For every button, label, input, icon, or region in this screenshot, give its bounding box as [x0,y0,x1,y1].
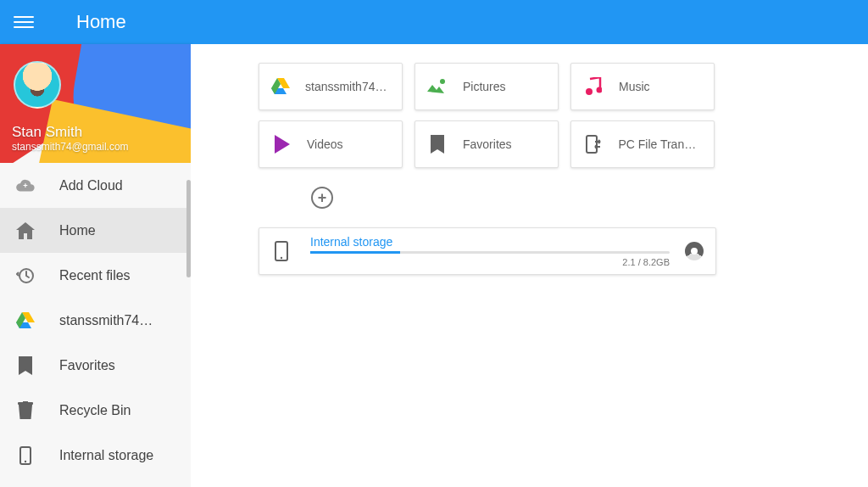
cloud-plus-icon: + [15,176,36,196]
history-icon [15,266,36,286]
sidebar-item-phone[interactable]: Internal storage [0,433,191,478]
svg-point-11 [281,257,282,259]
card-label: Music [619,80,650,93]
sidebar-item-label: Favorites [59,358,115,373]
pictures-icon [427,76,448,97]
svg-point-6 [440,79,445,84]
svg-point-7 [586,88,593,95]
storage-title: Internal storage [310,235,670,249]
storage-bar [310,251,670,254]
svg-text:+: + [23,181,28,189]
svg-point-5 [25,460,26,462]
card-label: stanssmith74@… [305,80,390,93]
storage-usage: 2.1 / 8.2GB [310,257,670,267]
page-title: Home [76,11,126,33]
bookmark-icon [427,134,448,154]
card-label: PC File Transfer [618,137,702,151]
card-videos[interactable]: Videos [259,120,403,168]
phone-icon [15,445,36,466]
profile-header[interactable]: Stan Smith stanssmith74@gmail.com [0,44,191,163]
gdrive-icon [271,76,290,97]
music-icon [583,76,604,97]
videos-icon [271,134,292,154]
card-label: Videos [307,137,343,151]
pie-chart-icon[interactable] [685,242,704,260]
card-pictures[interactable]: Pictures [415,63,559,110]
svg-rect-9 [587,136,597,153]
card-gdrive[interactable]: stanssmith74@… [259,63,403,110]
sidebar-item-label: Add Cloud [59,178,123,193]
nav-list: +Add CloudHomeRecent filesstanssmith74…F… [0,163,191,487]
svg-rect-3 [23,401,28,403]
home-icon [15,221,36,241]
card-bookmark[interactable]: Favorites [415,120,559,168]
transfer-icon [583,134,603,154]
card-music[interactable]: Music [570,63,715,110]
sidebar-item-gdrive[interactable]: stanssmith74… [0,298,191,343]
card-transfer[interactable]: PC File Transfer [570,120,715,168]
sidebar-item-label: Internal storage [59,448,153,463]
avatar [14,61,61,109]
app-bar: Home [0,0,868,44]
sidebar: Stan Smith stanssmith74@gmail.com +Add C… [0,44,191,487]
sidebar-item-bookmark[interactable]: Favorites [0,343,191,388]
shortcut-grid: stanssmith74@…PicturesMusicVideosFavorit… [259,63,854,168]
sidebar-item-label: Recycle Bin [59,403,131,418]
sidebar-item-label: Recent files [59,268,131,283]
sidebar-item-home[interactable]: Home [0,208,191,253]
sidebar-item-label: Home [59,223,96,238]
sidebar-item-trash[interactable]: Recycle Bin [0,388,191,433]
svg-point-8 [597,87,603,93]
phone-icon [271,241,292,261]
trash-icon [15,400,36,421]
card-label: Pictures [463,80,506,93]
gdrive-icon [15,311,36,331]
sidebar-item-history[interactable]: Recent files [0,253,191,298]
bookmark-icon [15,355,36,376]
plus-icon: + [318,189,327,207]
profile-name: Stan Smith [12,124,129,141]
sidebar-item-label: stanssmith74… [59,313,153,328]
profile-email: stanssmith74@gmail.com [12,141,129,153]
storage-card[interactable]: Internal storage 2.1 / 8.2GB [259,227,716,275]
main-content: stanssmith74@…PicturesMusicVideosFavorit… [191,44,868,487]
card-label: Favorites [463,137,512,151]
add-button[interactable]: + [311,187,333,209]
menu-icon[interactable] [14,12,34,32]
sidebar-item-cloud-plus[interactable]: +Add Cloud [0,163,191,208]
